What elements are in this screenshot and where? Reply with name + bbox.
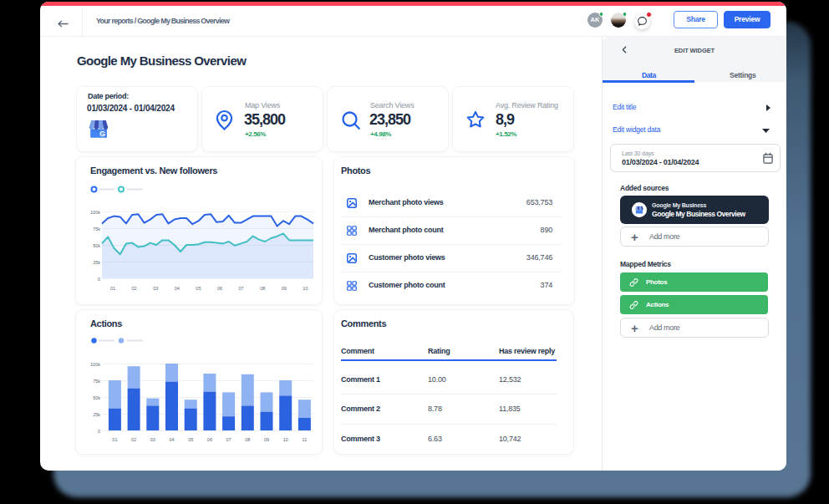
- svg-text:03: 03: [150, 437, 155, 442]
- svg-text:0: 0: [98, 429, 100, 434]
- svg-text:02: 02: [131, 437, 136, 442]
- svg-text:09: 09: [264, 437, 269, 442]
- svg-text:10: 10: [303, 286, 308, 291]
- svg-text:100k: 100k: [90, 362, 100, 367]
- svg-text:10: 10: [283, 437, 288, 442]
- svg-text:25k: 25k: [93, 260, 100, 265]
- svg-text:08: 08: [245, 437, 250, 442]
- svg-text:04: 04: [175, 286, 180, 291]
- svg-text:07: 07: [239, 286, 244, 291]
- svg-text:01: 01: [112, 437, 117, 442]
- svg-text:11: 11: [303, 437, 308, 442]
- svg-text:05: 05: [196, 286, 201, 291]
- svg-text:09: 09: [282, 286, 287, 291]
- svg-text:02: 02: [132, 286, 137, 291]
- svg-text:06: 06: [207, 437, 212, 442]
- svg-text:75k: 75k: [93, 227, 100, 232]
- svg-text:03: 03: [153, 286, 158, 291]
- svg-text:04: 04: [169, 437, 174, 442]
- svg-text:75k: 75k: [93, 379, 100, 384]
- svg-text:0: 0: [98, 277, 100, 282]
- svg-text:100k: 100k: [90, 210, 100, 215]
- svg-text:25k: 25k: [93, 412, 100, 417]
- svg-text:G: G: [99, 130, 105, 138]
- svg-text:50k: 50k: [93, 395, 100, 400]
- svg-text:50k: 50k: [93, 243, 100, 248]
- svg-text:08: 08: [260, 286, 265, 291]
- svg-text:01: 01: [110, 286, 115, 291]
- svg-text:05: 05: [188, 437, 193, 442]
- svg-text:07: 07: [226, 437, 231, 442]
- svg-text:06: 06: [217, 286, 222, 291]
